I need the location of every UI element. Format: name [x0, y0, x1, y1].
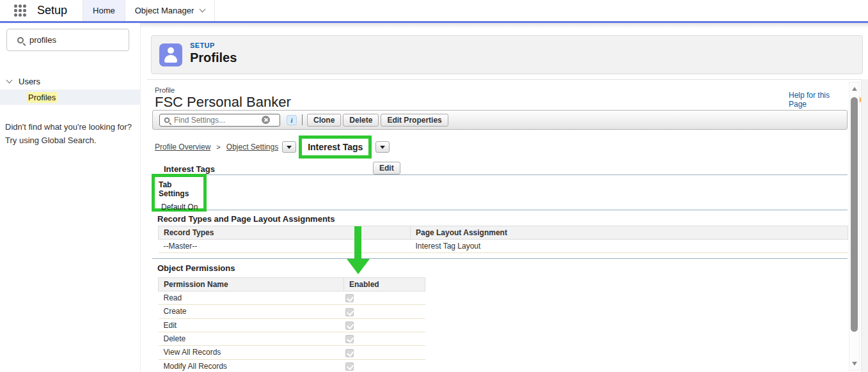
column-page-layout-assignment: Page Layout Assignment — [411, 226, 848, 240]
object-permissions-table: Permission Name Enabled ReadCreateEditDe… — [158, 277, 425, 372]
toolbar-divider — [302, 114, 303, 125]
scrollbar-down-arrow-icon[interactable] — [852, 362, 857, 366]
find-settings-input[interactable] — [174, 116, 260, 125]
permission-name: Read — [159, 291, 344, 305]
permission-name: View All Records — [159, 346, 344, 359]
edit-properties-button[interactable]: Edit Properties — [381, 114, 448, 127]
page-header-card: SETUP Profiles — [151, 35, 863, 74]
permission-row: Create — [159, 305, 425, 318]
chevron-down-icon — [200, 6, 206, 13]
profile-toolbar: i Clone Delete Edit Properties — [152, 110, 848, 130]
search-icon — [164, 117, 170, 123]
enabled-checkbox — [345, 362, 354, 371]
column-permission-name: Permission Name — [159, 278, 344, 291]
enabled-checkbox — [345, 335, 354, 343]
section-divider — [152, 210, 848, 210]
enabled-cell — [344, 291, 425, 305]
profile-label: Profile — [155, 86, 175, 94]
enabled-cell — [344, 332, 425, 345]
setup-eyebrow: SETUP — [190, 42, 215, 49]
permission-row: Modify All Records — [159, 359, 425, 372]
enabled-cell — [344, 346, 425, 359]
edit-button[interactable]: Edit — [373, 162, 400, 174]
section-divider — [152, 258, 848, 259]
breadcrumb-separator: > — [216, 143, 220, 151]
enabled-cell — [344, 305, 425, 318]
enabled-checkbox — [345, 294, 354, 302]
breadcrumb: Profile Overview > Object Settings Inter… — [155, 136, 390, 159]
clear-search-icon[interactable] — [262, 116, 270, 124]
permission-name: Modify All Records — [159, 359, 344, 372]
scrollbar-up-arrow-icon[interactable] — [852, 87, 857, 91]
table-header-row: Permission Name Enabled — [159, 278, 425, 291]
sidebar-item-profiles[interactable]: Profiles — [0, 89, 141, 105]
chevron-down-icon — [6, 77, 13, 84]
enabled-checkbox — [345, 322, 354, 330]
object-settings-dropdown-button[interactable] — [282, 141, 296, 153]
permission-row: Delete — [159, 332, 425, 345]
app-title: Setup — [37, 4, 67, 17]
setup-sidebar: Users Profiles Didn't find what you're l… — [0, 23, 141, 372]
table-header-row: Record Types Page Layout Assignment — [159, 226, 848, 240]
annotation-box-interest-tags: Interest Tags — [299, 136, 372, 159]
object-permissions-heading: Object Permissions — [157, 263, 235, 273]
annotation-arrow — [354, 226, 361, 260]
delete-button[interactable]: Delete — [343, 114, 379, 127]
permission-row: Read — [159, 291, 425, 305]
table-cell: --Master-- — [159, 240, 411, 253]
permission-name: Edit — [159, 318, 344, 332]
quick-find-box[interactable] — [6, 29, 129, 51]
record-type-row: --Master--Interest Tag Layout — [159, 240, 848, 253]
column-enabled: Enabled — [344, 278, 425, 291]
sidebar-section-users[interactable]: Users — [0, 73, 141, 89]
app-launcher-icon[interactable] — [14, 4, 26, 17]
triangle-down-icon — [380, 146, 385, 149]
sidebar-footer-text: Didn't find what you're looking for? Try… — [5, 120, 136, 147]
info-icon[interactable]: i — [287, 115, 297, 125]
permission-row: Edit — [159, 318, 425, 332]
clone-button[interactable]: Clone — [307, 114, 341, 127]
breadcrumb-object-settings[interactable]: Object Settings — [226, 143, 278, 151]
profile-name: FSC Personal Banker — [155, 94, 291, 111]
breadcrumb-profile-overview[interactable]: Profile Overview — [155, 143, 210, 151]
tab-settings-label: Tab Settings — [159, 180, 203, 198]
setup-tabs: Home Object Manager — [83, 0, 215, 21]
record-types-tbody: --Master--Interest Tag Layout — [159, 240, 848, 253]
setup-screen: Setup Home Object Manager Users Profiles… — [0, 0, 868, 372]
profile-user-icon — [159, 43, 182, 66]
find-settings-box[interactable] — [159, 114, 280, 127]
search-icon — [17, 37, 24, 43]
permission-name: Delete — [159, 332, 344, 345]
interest-tags-section-header: Interest Tags Edit — [152, 163, 848, 175]
header-accent-bar — [0, 21, 868, 23]
enabled-checkbox — [345, 308, 354, 316]
quick-find-input[interactable] — [29, 35, 119, 45]
breadcrumb-current: Interest Tags — [308, 142, 363, 152]
tab-settings-value: Default On — [161, 203, 203, 212]
annotation-arrow-head — [347, 259, 370, 274]
record-types-table: Record Types Page Layout Assignment --Ma… — [158, 226, 848, 253]
tab-home[interactable]: Home — [83, 0, 125, 21]
page-title: Profiles — [190, 50, 237, 65]
panel-scrollbar — [849, 82, 860, 371]
permission-row: View All Records — [159, 346, 425, 359]
interest-tags-dropdown-button[interactable] — [375, 141, 390, 153]
scrollbar-thumb[interactable] — [851, 97, 858, 332]
record-types-heading: Record Types and Page Layout Assignments — [157, 214, 335, 224]
global-header: Setup Home Object Manager — [0, 0, 868, 21]
triangle-down-icon — [287, 146, 292, 149]
page-right-gutter — [861, 79, 868, 372]
annotation-box-tab-settings: Tab Settings Default On — [152, 174, 207, 212]
object-permissions-tbody: ReadCreateEditDeleteView All RecordsModi… — [159, 291, 425, 372]
permission-name: Create — [159, 305, 344, 318]
enabled-cell — [344, 359, 425, 372]
tab-object-manager[interactable]: Object Manager — [125, 0, 216, 21]
enabled-cell — [344, 318, 425, 332]
enabled-checkbox — [345, 349, 354, 357]
column-record-types: Record Types — [159, 226, 411, 240]
header-shadow — [141, 23, 868, 28]
profile-detail-panel: Profile FSC Personal Banker Help for thi… — [147, 79, 861, 372]
table-cell: Interest Tag Layout — [411, 240, 848, 253]
